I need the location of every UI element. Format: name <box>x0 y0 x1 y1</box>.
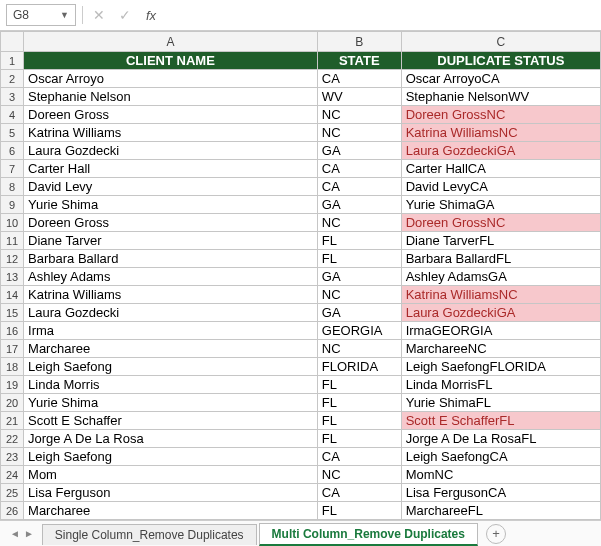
cell-dup-status[interactable]: Barbara BallardFL <box>401 250 600 268</box>
cell-dup-status[interactable]: Leigh SaefongCA <box>401 448 600 466</box>
row-header[interactable]: 9 <box>1 196 24 214</box>
cell-dup-status[interactable]: Leigh SaefongFLORIDA <box>401 358 600 376</box>
row-header[interactable]: 19 <box>1 376 24 394</box>
chevron-right-icon[interactable]: ► <box>24 528 34 539</box>
row-header[interactable]: 6 <box>1 142 24 160</box>
cell-dup-status[interactable]: Doreen GrossNC <box>401 106 600 124</box>
cell-state[interactable]: CA <box>317 70 401 88</box>
row-header[interactable]: 15 <box>1 304 24 322</box>
cell-client-name[interactable]: Barbara Ballard <box>24 250 318 268</box>
cell-state[interactable]: GA <box>317 304 401 322</box>
cell-dup-status[interactable]: Laura GozdeckiGA <box>401 304 600 322</box>
add-sheet-button[interactable]: + <box>486 524 506 544</box>
row-header[interactable]: 3 <box>1 88 24 106</box>
cell-client-name[interactable]: Jorge A De La Rosa <box>24 430 318 448</box>
row-header[interactable]: 8 <box>1 178 24 196</box>
cell-dup-status[interactable]: Stephanie NelsonWV <box>401 88 600 106</box>
cell-state[interactable]: FL <box>317 250 401 268</box>
cell-client-name[interactable]: Laura Gozdecki <box>24 304 318 322</box>
row-header[interactable]: 10 <box>1 214 24 232</box>
select-all-corner[interactable] <box>1 32 24 52</box>
cell-state[interactable]: FL <box>317 502 401 520</box>
cell-dup-status[interactable]: IrmaGEORGIA <box>401 322 600 340</box>
cell-dup-status[interactable]: MarchareeNC <box>401 340 600 358</box>
cell-dup-status[interactable]: Katrina WilliamsNC <box>401 286 600 304</box>
cell-state[interactable]: FL <box>317 394 401 412</box>
row-header[interactable]: 25 <box>1 484 24 502</box>
row-header[interactable]: 14 <box>1 286 24 304</box>
column-header-C[interactable]: C <box>401 32 600 52</box>
cell-dup-status[interactable]: MarchareeFL <box>401 502 600 520</box>
cell-state[interactable]: WV <box>317 88 401 106</box>
cell-state[interactable]: NC <box>317 214 401 232</box>
cell-dup-status[interactable]: Laura GozdeckiGA <box>401 142 600 160</box>
sheet-tab-multi[interactable]: Multi Column_Remove Duplicates <box>259 523 478 546</box>
cell-client-name[interactable]: Katrina Williams <box>24 286 318 304</box>
cell-client-name[interactable]: Carter Hall <box>24 160 318 178</box>
cell-dup-status[interactable]: Scott E SchafferFL <box>401 412 600 430</box>
cell-state[interactable]: NC <box>317 124 401 142</box>
cell-state[interactable]: CA <box>317 160 401 178</box>
cell-dup-status[interactable]: Linda MorrisFL <box>401 376 600 394</box>
cell-state[interactable]: FL <box>317 430 401 448</box>
cell-state[interactable]: NC <box>317 340 401 358</box>
cell-dup-status[interactable]: Jorge A De La RosaFL <box>401 430 600 448</box>
column-header-B[interactable]: B <box>317 32 401 52</box>
cell-client-name[interactable]: Yurie Shima <box>24 196 318 214</box>
cell-client-name[interactable]: Doreen Gross <box>24 214 318 232</box>
cell-dup-status[interactable]: Diane TarverFL <box>401 232 600 250</box>
cell-state[interactable]: GA <box>317 196 401 214</box>
cell-state[interactable]: GA <box>317 142 401 160</box>
cell-state[interactable]: FL <box>317 376 401 394</box>
cell-client-name[interactable]: Katrina Williams <box>24 124 318 142</box>
fx-icon[interactable]: fx <box>141 5 161 25</box>
cancel-icon[interactable]: ✕ <box>89 5 109 25</box>
cell-dup-status[interactable]: Ashley AdamsGA <box>401 268 600 286</box>
row-header[interactable]: 17 <box>1 340 24 358</box>
cell-client-name[interactable]: Stephanie Nelson <box>24 88 318 106</box>
cell-state[interactable]: NC <box>317 286 401 304</box>
cell-state[interactable]: CA <box>317 448 401 466</box>
row-header[interactable]: 12 <box>1 250 24 268</box>
row-header[interactable]: 23 <box>1 448 24 466</box>
cell-dup-status[interactable]: MomNC <box>401 466 600 484</box>
sheet-tab-single[interactable]: Single Column_Remove Duplicates <box>42 524 257 545</box>
cell-client-name[interactable]: Laura Gozdecki <box>24 142 318 160</box>
cell-dup-status[interactable]: Oscar ArroyoCA <box>401 70 600 88</box>
cell-client-name[interactable]: Leigh Saefong <box>24 358 318 376</box>
cell-client-name[interactable]: Yurie Shima <box>24 394 318 412</box>
header-dup-status[interactable]: DUPLICATE STATUS <box>401 52 600 70</box>
row-header[interactable]: 26 <box>1 502 24 520</box>
row-header[interactable]: 20 <box>1 394 24 412</box>
cell-client-name[interactable]: Scott E Schaffer <box>24 412 318 430</box>
cell-state[interactable]: CA <box>317 484 401 502</box>
row-header[interactable]: 2 <box>1 70 24 88</box>
cell-dup-status[interactable]: Yurie ShimaFL <box>401 394 600 412</box>
cell-dup-status[interactable]: Carter HallCA <box>401 160 600 178</box>
header-client-name[interactable]: CLIENT NAME <box>24 52 318 70</box>
cell-state[interactable]: FL <box>317 412 401 430</box>
row-header[interactable]: 16 <box>1 322 24 340</box>
chevron-left-icon[interactable]: ◄ <box>10 528 20 539</box>
cell-state[interactable]: CA <box>317 178 401 196</box>
row-header[interactable]: 5 <box>1 124 24 142</box>
row-header[interactable]: 24 <box>1 466 24 484</box>
row-header[interactable]: 7 <box>1 160 24 178</box>
row-header[interactable]: 4 <box>1 106 24 124</box>
cell-client-name[interactable]: David Levy <box>24 178 318 196</box>
cell-client-name[interactable]: Irma <box>24 322 318 340</box>
cell-client-name[interactable]: Leigh Saefong <box>24 448 318 466</box>
cell-dup-status[interactable]: Lisa FergusonCA <box>401 484 600 502</box>
cell-client-name[interactable]: Lisa Ferguson <box>24 484 318 502</box>
row-header[interactable]: 1 <box>1 52 24 70</box>
cell-state[interactable]: NC <box>317 106 401 124</box>
tab-nav[interactable]: ◄ ► <box>4 528 40 539</box>
cell-dup-status[interactable]: Yurie ShimaGA <box>401 196 600 214</box>
cell-client-name[interactable]: Mom <box>24 466 318 484</box>
header-state[interactable]: STATE <box>317 52 401 70</box>
confirm-icon[interactable]: ✓ <box>115 5 135 25</box>
cell-dup-status[interactable]: Doreen GrossNC <box>401 214 600 232</box>
row-header[interactable]: 11 <box>1 232 24 250</box>
row-header[interactable]: 21 <box>1 412 24 430</box>
cell-state[interactable]: GEORGIA <box>317 322 401 340</box>
